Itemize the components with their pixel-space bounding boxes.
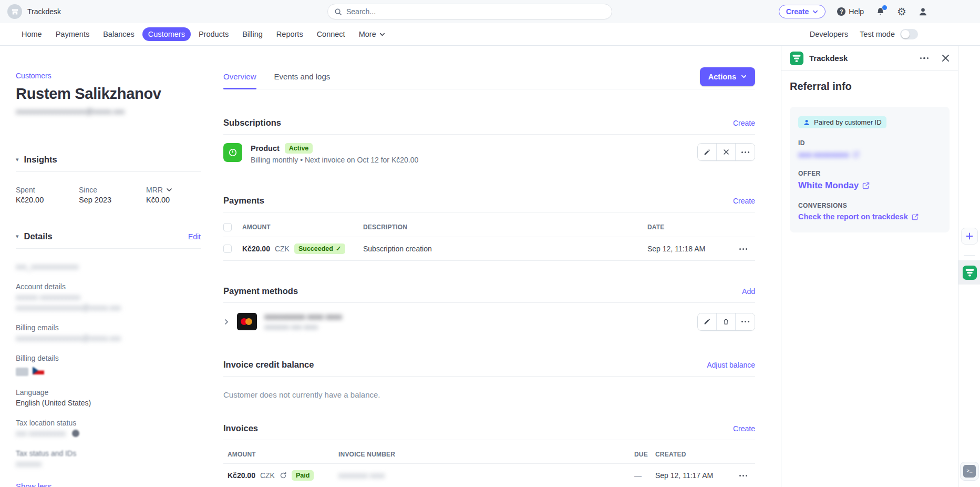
actions-button-label: Actions — [708, 73, 736, 81]
overflow-icon — [739, 248, 747, 250]
col-due: DUE — [634, 451, 655, 458]
tax-status-redacted: xxxxxxx — [16, 460, 201, 468]
nav-developers[interactable]: Developers — [810, 30, 848, 38]
nav-home[interactable]: Home — [16, 27, 48, 41]
nav-products[interactable]: Products — [193, 27, 234, 41]
create-invoice-link[interactable]: Create — [733, 424, 755, 433]
tax-status-label: Tax status and IDs — [16, 449, 201, 458]
nav-payments[interactable]: Payments — [50, 27, 95, 41]
nav-billing[interactable]: Billing — [236, 27, 269, 41]
developer-console-button[interactable]: >_ — [960, 462, 979, 481]
row-checkbox[interactable] — [223, 245, 232, 253]
tab-events-and-logs[interactable]: Events and logs — [274, 64, 331, 89]
language-value: English (United States) — [16, 399, 201, 407]
tax-location-label: Tax location status — [16, 419, 201, 427]
topbar-actions: Create ? Help ⚙ — [779, 0, 928, 23]
nav-customers[interactable]: Customers — [142, 27, 191, 41]
conversions-link-text: Check the report on trackdesk — [798, 212, 908, 221]
trackdesk-app-button[interactable] — [958, 260, 980, 285]
invoice-row[interactable]: Kč20.00 CZK Paid xxxxxxxx xxxx — Sep 12,… — [223, 464, 755, 487]
storefront-icon — [7, 4, 22, 19]
offer-link[interactable]: White Monday — [798, 180, 941, 191]
pencil-icon — [704, 149, 710, 156]
billing-emails-label: Billing emails — [16, 323, 201, 332]
mrr-label[interactable]: MRR — [146, 186, 172, 194]
add-app-button[interactable] — [961, 228, 978, 245]
collapse-caret-icon[interactable]: ▾ — [16, 233, 19, 240]
mrr-label-text: MRR — [146, 186, 163, 194]
cancel-subscription-button[interactable] — [717, 144, 736, 160]
invoices-title: Invoices — [223, 423, 258, 433]
show-less-link[interactable]: Show less — [16, 482, 201, 487]
payment-row[interactable]: Kč20.00 CZK Succeeded ✓ Subscription cre… — [223, 237, 755, 261]
profile-button[interactable] — [918, 7, 928, 17]
invoice-overflow-button[interactable] — [731, 475, 755, 476]
pencil-icon — [704, 318, 710, 325]
spent-value: Kč20.00 — [16, 196, 79, 204]
mastercard-icon — [237, 313, 257, 330]
stripe-dashboard: Trackdesk Create ? Help ⚙ — [0, 0, 980, 487]
check-icon: ✓ — [336, 244, 341, 253]
invoice-status-badge: Paid — [292, 470, 314, 481]
nav-connect[interactable]: Connect — [311, 27, 351, 41]
insights-metrics: Spent Kč20.00 Since Sep 2023 MRR Kč0.00 — [16, 186, 201, 204]
edit-subscription-button[interactable] — [698, 144, 717, 160]
test-mode-toggle[interactable] — [900, 29, 918, 39]
plus-icon — [965, 232, 974, 240]
chevron-down-icon — [741, 74, 747, 79]
select-all-checkbox[interactable] — [223, 223, 232, 231]
nav-reports[interactable]: Reports — [271, 27, 309, 41]
help-button[interactable]: ? Help — [837, 7, 864, 16]
tab-overview[interactable]: Overview — [223, 64, 256, 89]
settings-button[interactable]: ⚙ — [897, 6, 906, 17]
delete-card-button[interactable] — [717, 313, 736, 330]
workspace-switcher[interactable]: Trackdesk — [0, 4, 61, 19]
conversions-report-link[interactable]: Check the report on trackdesk — [798, 212, 941, 221]
add-payment-method-link[interactable]: Add — [742, 287, 755, 296]
create-subscription-link[interactable]: Create — [733, 119, 755, 127]
product-icon — [223, 143, 242, 162]
edit-card-button[interactable] — [698, 313, 717, 330]
tax-location-redacted: xxx xxxxxxxxxx — [16, 429, 66, 438]
subscription-overflow-button[interactable] — [736, 144, 755, 160]
edit-details-link[interactable]: Edit — [188, 232, 201, 241]
customer-id-redacted: xxx_xxxxxxxxxxxxx — [16, 262, 201, 271]
nav-balances[interactable]: Balances — [97, 27, 140, 41]
customer-main: Overview Events and logs Actions Subscri… — [223, 46, 755, 487]
nav-right: Developers Test mode — [810, 29, 918, 39]
payment-method-row[interactable]: xxxxxxxxxx xxxx xxxx xxxxxxx xxx xxxx — [223, 303, 755, 331]
create-button[interactable]: Create — [779, 5, 826, 18]
overflow-icon — [741, 151, 749, 153]
invoices-section: Invoices Create AMOUNT INVOICE NUMBER DU… — [223, 423, 755, 487]
actions-button[interactable]: Actions — [700, 67, 755, 86]
adjust-balance-link[interactable]: Adjust balance — [707, 361, 755, 369]
collapse-caret-icon[interactable]: ▾ — [16, 156, 19, 163]
invoice-currency: CZK — [260, 471, 275, 480]
search-bar[interactable] — [327, 4, 612, 19]
credit-balance-title: Invoice credit balance — [223, 360, 314, 370]
card-overflow-button[interactable] — [736, 313, 755, 330]
subscription-row[interactable]: Product Active Billing monthly • Next in… — [223, 135, 755, 164]
expand-chevron-icon[interactable] — [223, 319, 230, 325]
card-expiry-redacted: xxxxxxx xxx xxxx — [264, 323, 342, 331]
breadcrumb[interactable]: Customers — [16, 72, 201, 80]
details-section-header: ▾ Details Edit — [16, 231, 201, 241]
divider — [16, 248, 201, 249]
overflow-icon — [739, 475, 747, 476]
create-payment-link[interactable]: Create — [733, 197, 755, 205]
notifications-button[interactable] — [875, 7, 885, 17]
referral-info-card: Paired by customer ID ID xxx-xxxxxxxx OF… — [790, 107, 950, 232]
search-input[interactable] — [346, 7, 605, 16]
details-title: Details — [24, 231, 53, 241]
create-button-label: Create — [786, 7, 809, 16]
info-icon[interactable] — [72, 430, 79, 437]
payment-methods-section: Payment methods Add xxxxxxxxxx xxxx xxxx… — [223, 286, 755, 331]
app-panel-overflow-button[interactable] — [920, 57, 929, 59]
app-panel-close-button[interactable] — [942, 54, 950, 62]
app-panel-header: Trackdesk — [781, 46, 958, 71]
payment-overflow-button[interactable] — [731, 248, 755, 250]
credit-balance-section: Invoice credit balance Adjust balance Cu… — [223, 360, 755, 399]
nav-more[interactable]: More — [353, 27, 391, 41]
account-details-label: Account details — [16, 282, 201, 291]
payment-method-actions — [697, 313, 755, 331]
